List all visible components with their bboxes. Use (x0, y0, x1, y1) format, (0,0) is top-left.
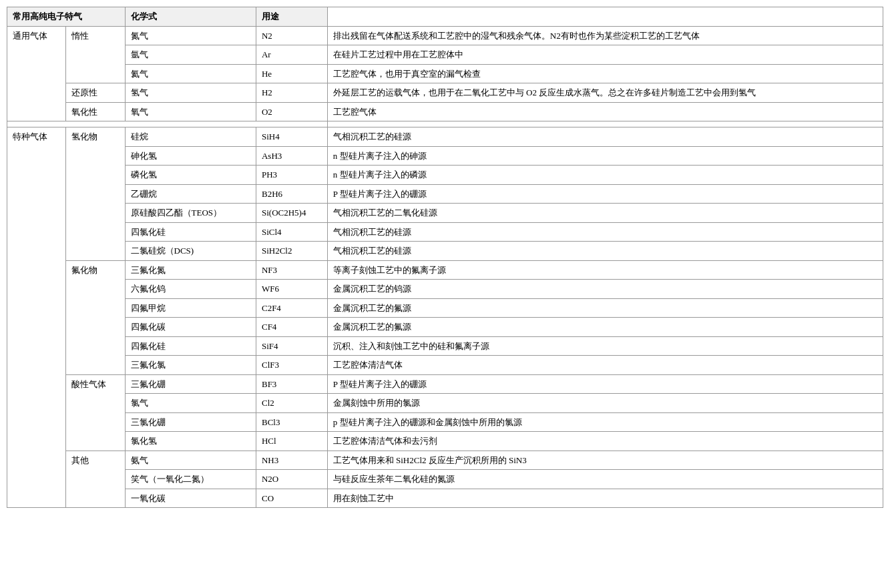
gas-name: 二氯硅烷（DCS) (125, 242, 256, 261)
table-row: 笑气（一氧化二氮）N2O与硅反应生茶年二氧化硅的氮源 (7, 470, 883, 489)
table-row: 氯气Cl2金属刻蚀中所用的氯源 (7, 394, 883, 413)
gas-name: 六氟化钨 (125, 280, 256, 299)
header-formula: 化学式 (125, 7, 256, 27)
table-row: 通用气体惰性氮气N2排出残留在气体配送系统和工艺腔中的湿气和残余气体。N2有时也… (7, 26, 883, 45)
subgroup-cell: 酸性气体 (66, 374, 125, 451)
table-row: 六氟化钨WF6金属沉积工艺的钨源 (7, 280, 883, 299)
gas-usage: 工艺气体用来和 SiH2Cl2 反应生产沉积所用的 SiN3 (327, 451, 883, 470)
gas-usage: 与硅反应生茶年二氧化硅的氮源 (327, 470, 883, 489)
gas-formula: Si(OC2H5)4 (256, 204, 327, 223)
table-row: 二氯硅烷（DCS)SiH2Cl2气相沉积工艺的硅源 (7, 242, 883, 261)
gas-name: 四氟化碳 (125, 318, 256, 337)
gas-usage: 气相沉积工艺的二氧化硅源 (327, 204, 883, 223)
gas-name: 砷化氢 (125, 146, 256, 166)
spacer-row (7, 121, 883, 127)
table-row: 三氟化氯ClF3工艺腔体清洁气体 (7, 356, 883, 375)
gas-usage: 工艺腔体清洁气体和去污剂 (327, 432, 883, 451)
table-row: 四氯化硅SiCl4气相沉积工艺的硅源 (7, 222, 883, 242)
header-title: 常用高纯电子特气 (7, 7, 126, 27)
gas-usage: 等离子刻蚀工艺中的氟离子源 (327, 260, 883, 280)
gas-usage: 沉积、注入和刻蚀工艺中的硅和氟离子源 (327, 336, 883, 356)
gas-formula: SiH2Cl2 (256, 242, 327, 261)
gas-formula: NH3 (256, 451, 327, 470)
gas-formula: NF3 (256, 260, 327, 280)
gas-formula: Ar (256, 45, 327, 65)
gas-name: 四氟甲烷 (125, 298, 256, 318)
gas-usage: 金属沉积工艺的氟源 (327, 298, 883, 318)
gas-formula: Cl2 (256, 394, 327, 413)
gas-name: 三氯化硼 (125, 412, 256, 432)
gas-name: 氧气 (125, 102, 256, 121)
table-row: 磷化氢PH3n 型硅片离子注入的磷源 (7, 166, 883, 185)
gas-name: 三氟化氮 (125, 260, 256, 280)
gas-name: 氯化氢 (125, 432, 256, 451)
gas-usage: 金属沉积工艺的钨源 (327, 280, 883, 299)
table-row: 氯化氢HCl工艺腔体清洁气体和去污剂 (7, 432, 883, 451)
gas-name: 原硅酸四乙酯（TEOS） (125, 204, 256, 223)
gas-usage: 工艺腔气体 (327, 102, 883, 121)
table-row: 特种气体氢化物硅烷SiH4气相沉积工艺的硅源 (7, 127, 883, 147)
gas-usage: 用在刻蚀工艺中 (327, 489, 883, 508)
gas-formula: BF3 (256, 374, 327, 394)
gas-usage: p 型硅片离子注入的硼源和金属刻蚀中所用的氯源 (327, 412, 883, 432)
subgroup-cell: 其他 (66, 451, 125, 508)
gas-formula: WF6 (256, 280, 327, 299)
gas-formula: SiH4 (256, 127, 327, 147)
gas-formula: CF4 (256, 318, 327, 337)
subgroup-cell: 氧化性 (66, 102, 125, 121)
gas-usage: 在硅片工艺过程中用在工艺腔体中 (327, 45, 883, 65)
table-row: 其他氨气NH3工艺气体用来和 SiH2Cl2 反应生产沉积所用的 SiN3 (7, 451, 883, 470)
gas-formula: HCl (256, 432, 327, 451)
table-row: 四氟化碳CF4金属沉积工艺的氟源 (7, 318, 883, 337)
table-row: 砷化氢AsH3n 型硅片离子注入的砷源 (7, 146, 883, 166)
gas-usage: 工艺腔体清洁气体 (327, 356, 883, 375)
gas-formula: SiF4 (256, 336, 327, 356)
gas-formula: AsH3 (256, 146, 327, 166)
group-cell: 通用气体 (7, 26, 66, 121)
table-row: 还原性氢气H2外延层工艺的运载气体，也用于在二氧化工艺中与 O2 反应生成水蒸气… (7, 83, 883, 103)
gas-formula: PH3 (256, 166, 327, 185)
gas-table: 常用高纯电子特气 化学式 用途 通用气体惰性氮气N2排出残留在气体配送系统和工艺… (7, 7, 883, 508)
gas-usage: 外延层工艺的运载气体，也用于在二氧化工艺中与 O2 反应生成水蒸气。总之在许多硅… (327, 83, 883, 103)
gas-formula: B2H6 (256, 184, 327, 204)
gas-name: 氩气 (125, 45, 256, 65)
table-row: 原硅酸四乙酯（TEOS）Si(OC2H5)4气相沉积工艺的二氧化硅源 (7, 204, 883, 223)
gas-usage: 排出残留在气体配送系统和工艺腔中的湿气和残余气体。N2有时也作为某些淀积工艺的工… (327, 26, 883, 45)
gas-name: 氢气 (125, 83, 256, 103)
gas-usage: P 型硅片离子注入的硼源 (327, 374, 883, 394)
gas-usage: P 型硅片离子注入的硼源 (327, 184, 883, 204)
subgroup-cell: 氢化物 (66, 127, 125, 261)
gas-name: 氦气 (125, 64, 256, 83)
gas-name: 乙硼烷 (125, 184, 256, 204)
gas-formula: N2O (256, 470, 327, 489)
gas-formula: O2 (256, 102, 327, 121)
gas-usage: 气相沉积工艺的硅源 (327, 242, 883, 261)
gas-name: 磷化氢 (125, 166, 256, 185)
table-row: 四氟甲烷C2F4金属沉积工艺的氟源 (7, 298, 883, 318)
gas-formula: ClF3 (256, 356, 327, 375)
gas-name: 氮气 (125, 26, 256, 45)
gas-name: 四氯化硅 (125, 222, 256, 242)
gas-usage: 金属刻蚀中所用的氯源 (327, 394, 883, 413)
table-row: 酸性气体三氟化硼BF3P 型硅片离子注入的硼源 (7, 374, 883, 394)
table-row: 三氯化硼BCl3p 型硅片离子注入的硼源和金属刻蚀中所用的氯源 (7, 412, 883, 432)
gas-formula: H2 (256, 83, 327, 103)
gas-name: 氨气 (125, 451, 256, 470)
gas-name: 笑气（一氧化二氮） (125, 470, 256, 489)
header-usage: 用途 (256, 7, 327, 27)
gas-formula: He (256, 64, 327, 83)
header-row: 常用高纯电子特气 化学式 用途 (7, 7, 883, 27)
gas-usage: 金属沉积工艺的氟源 (327, 318, 883, 337)
gas-name: 氯气 (125, 394, 256, 413)
table-row: 氧化性氧气O2工艺腔气体 (7, 102, 883, 121)
table-row: 氦气He工艺腔气体，也用于真空室的漏气检查 (7, 64, 883, 83)
gas-name: 三氟化硼 (125, 374, 256, 394)
subgroup-cell: 惰性 (66, 26, 125, 83)
gas-usage: 工艺腔气体，也用于真空室的漏气检查 (327, 64, 883, 83)
table-row: 氩气Ar在硅片工艺过程中用在工艺腔体中 (7, 45, 883, 65)
gas-usage: 气相沉积工艺的硅源 (327, 222, 883, 242)
table-row: 四氟化硅SiF4沉积、注入和刻蚀工艺中的硅和氟离子源 (7, 336, 883, 356)
gas-usage: n 型硅片离子注入的磷源 (327, 166, 883, 185)
gas-formula: BCl3 (256, 412, 327, 432)
subgroup-cell: 还原性 (66, 83, 125, 103)
